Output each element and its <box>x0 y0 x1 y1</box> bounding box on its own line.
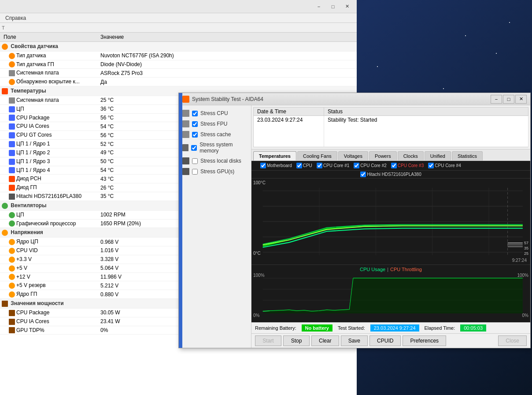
elapsed-value: 00:05:03 <box>460 324 486 332</box>
cpu-usage-title: CPU Usage <box>360 267 385 272</box>
legend-hitachi-check[interactable] <box>360 171 366 177</box>
cpu-usage-chart: CPU Usage | CPU Throttling 100% 0% 100% … <box>251 265 530 322</box>
stress-cache-checkbox[interactable] <box>192 132 198 138</box>
status-row: 23.03.2024 9:27:24 Stability Test: Start… <box>254 116 528 147</box>
chart-tabs-bar: Temperatures Cooling Fans Voltages Power… <box>251 149 530 161</box>
save-button[interactable]: Save <box>341 335 368 346</box>
legend-cpu-core3: CPU Core #3 <box>391 163 424 168</box>
stop-button[interactable]: Stop <box>283 335 310 346</box>
cpu-icon <box>9 159 15 165</box>
volt-icon <box>9 291 15 298</box>
start-button[interactable]: Start <box>255 335 281 346</box>
aida64-icon <box>182 96 189 103</box>
cpuid-button[interactable]: CPUID <box>369 335 401 346</box>
star <box>443 88 444 89</box>
chart-temp-max: 100°C <box>253 180 266 185</box>
test-started-label: Test Started: <box>338 325 365 331</box>
chart-val-57: 57 <box>524 241 528 245</box>
volt-icon <box>9 257 15 263</box>
stress-options-panel: Stress CPU Stress FPU Stress cache Stres… <box>179 105 251 348</box>
legend-hitachi-row: Hitachi HDS721616PLA380 <box>251 171 530 179</box>
volt-icon <box>9 265 15 272</box>
table-row: Обнаружено вскрытие к... Да <box>0 78 357 86</box>
stress-cache-label: Stress cache <box>200 131 231 138</box>
temp-icon <box>9 185 15 191</box>
stress-fpu-checkbox[interactable] <box>192 121 198 127</box>
volt-icon <box>9 239 15 245</box>
col-field: Поле <box>0 33 97 42</box>
legend-group: Motherboard <box>260 163 292 168</box>
svg-marker-14 <box>263 278 523 313</box>
usage-100-right: 100% <box>517 273 528 278</box>
status-table: Date & Time Status 23.03.2024 9:27:24 St… <box>253 107 528 147</box>
close-button[interactable]: ✕ <box>341 2 353 11</box>
close-action-button[interactable]: Close <box>498 335 527 346</box>
col-empty <box>336 33 357 42</box>
sensor-icon <box>9 61 15 67</box>
menu-help[interactable]: Справка <box>2 14 30 22</box>
stability-restore-btn[interactable]: □ <box>503 95 514 104</box>
stress-cache-icon <box>182 131 189 138</box>
maximize-button[interactable]: □ <box>327 2 339 11</box>
usage-0-right: 0% <box>522 313 528 318</box>
stability-titlebar: System Stability Test - AIDA64 − □ ✕ <box>179 93 530 105</box>
stress-disks-checkbox[interactable] <box>192 158 198 164</box>
usage-0-left: 0% <box>253 313 259 318</box>
stress-cpu-checkbox[interactable] <box>192 111 198 116</box>
toolbar-tab-indicator: T <box>2 25 5 30</box>
volt-icon <box>9 248 15 254</box>
legend-hitachi: Hitachi HDS721616PLA380 <box>360 171 421 177</box>
legend-cpu-core4-check[interactable] <box>428 163 434 168</box>
chart-val-25: 25 <box>524 251 528 256</box>
stability-title-text: System Stability Test - AIDA64 <box>192 96 263 102</box>
chart-temp-min: 0°C <box>253 251 261 256</box>
battery-value: No battery <box>302 324 332 332</box>
tab-cooling-fans[interactable]: Cooling Fans <box>297 151 337 160</box>
clear-button[interactable]: Clear <box>311 335 339 346</box>
usage-pipe: | <box>387 267 388 272</box>
stability-body: Stress CPU Stress FPU Stress cache Stres… <box>179 105 530 348</box>
legend-motherboard: Motherboard <box>260 163 292 168</box>
window-controls: − □ ✕ <box>313 2 353 11</box>
star <box>377 66 378 67</box>
tab-voltages[interactable]: Voltages <box>338 151 368 160</box>
stress-memory-label: Stress system memory <box>200 142 248 154</box>
stress-disks-row: Stress local disks <box>182 157 248 165</box>
status-col-status: Status <box>324 108 528 116</box>
legend-cpu: CPU <box>296 163 312 168</box>
tab-unified[interactable]: Unified <box>425 151 451 160</box>
stability-close-btn[interactable]: ✕ <box>515 95 527 104</box>
legend-motherboard-check[interactable] <box>260 163 266 168</box>
stress-gpu-checkbox[interactable] <box>192 169 198 175</box>
legend-cpu-core2-check[interactable] <box>354 163 359 168</box>
legend-cpu-check[interactable] <box>296 163 302 168</box>
tab-statistics[interactable]: Statistics <box>452 151 483 160</box>
menu-bar: Справка <box>0 13 357 23</box>
table-row: Тип датчика Nuvoton NCT6776F (ISA 290h) <box>0 51 357 60</box>
temperature-chart: 100°C 0°C 9:27:24 57 35 25 <box>251 179 530 265</box>
bottom-status-bar: Remaining Battery: No battery Test Start… <box>251 322 530 333</box>
preferences-button[interactable]: Preferences <box>403 335 446 346</box>
volt-section-icon <box>2 230 8 236</box>
stability-minimize-btn[interactable]: − <box>491 95 502 104</box>
minimize-button[interactable]: − <box>313 2 325 11</box>
stress-memory-checkbox[interactable] <box>191 145 197 151</box>
chart-value-labels: 57 35 25 <box>524 179 528 265</box>
tab-powers[interactable]: Powers <box>369 151 397 160</box>
stress-cpu-icon <box>182 110 189 117</box>
cpu-icon <box>9 115 15 121</box>
col-value: Значение <box>97 33 336 42</box>
section-header-sensor-props: Свойства датчика <box>0 42 357 52</box>
legend-cpu-core4: CPU Core #4 <box>428 163 461 168</box>
status-table-area: Date & Time Status 23.03.2024 9:27:24 St… <box>251 105 530 149</box>
sensor-titlebar: − □ ✕ <box>0 0 357 13</box>
tab-temperatures[interactable]: Temperatures <box>253 151 296 160</box>
legend-cpu-core1-check[interactable] <box>317 163 322 168</box>
star <box>496 53 497 54</box>
status-text: Stability Test: Started <box>324 116 528 147</box>
legend-cpu-core3-check[interactable] <box>391 163 397 168</box>
sensor-icon <box>9 79 15 85</box>
remaining-battery-label: Remaining Battery: <box>255 325 296 331</box>
sensor-props-icon <box>2 44 8 50</box>
tab-clocks[interactable]: Clocks <box>398 151 424 160</box>
